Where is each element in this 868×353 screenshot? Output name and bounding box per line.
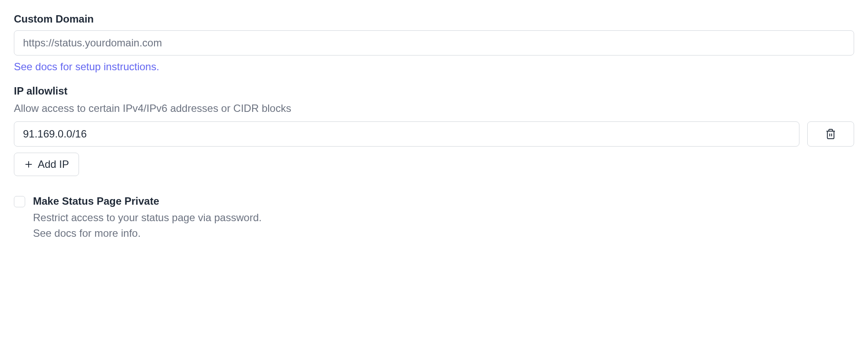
ip-allowlist-label: IP allowlist: [14, 85, 854, 97]
ip-allowlist-section: IP allowlist Allow access to certain IPv…: [14, 85, 854, 176]
delete-ip-button[interactable]: [807, 121, 854, 147]
custom-domain-label: Custom Domain: [14, 13, 854, 25]
custom-domain-input[interactable]: [14, 30, 854, 56]
ip-entry-input[interactable]: [14, 121, 799, 147]
private-status-row: Make Status Page Private Restrict access…: [14, 195, 854, 241]
private-status-checkbox[interactable]: [14, 196, 25, 207]
add-ip-button-label: Add IP: [38, 158, 69, 170]
custom-domain-docs-link[interactable]: See docs for setup instructions.: [14, 61, 159, 73]
ip-allowlist-sublabel: Allow access to certain IPv4/IPv6 addres…: [14, 102, 854, 114]
private-status-content: Make Status Page Private Restrict access…: [33, 195, 854, 241]
ip-entry-row: [14, 121, 854, 147]
custom-domain-section: Custom Domain See docs for setup instruc…: [14, 13, 854, 73]
plus-icon: [24, 160, 33, 169]
private-status-desc: Restrict access to your status page via …: [33, 210, 854, 241]
trash-icon: [825, 128, 836, 140]
add-ip-button[interactable]: Add IP: [14, 153, 79, 176]
private-status-title: Make Status Page Private: [33, 195, 854, 207]
